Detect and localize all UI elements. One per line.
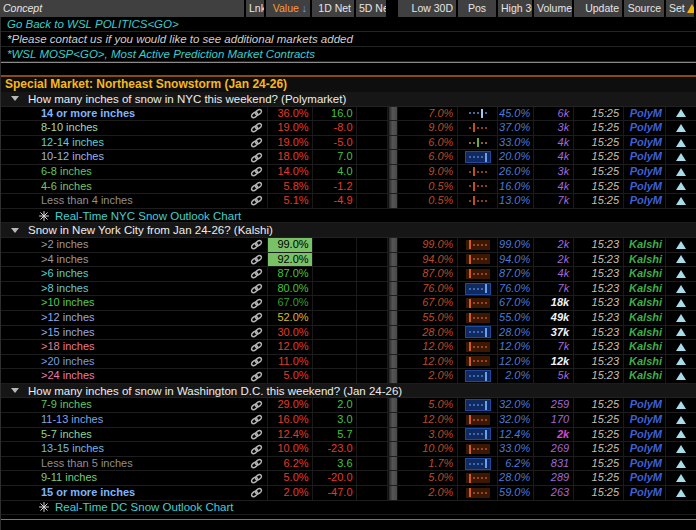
- col-header-set[interactable]: Set: [666, 0, 696, 17]
- expand-button[interactable]: [666, 253, 696, 267]
- chain-link-icon[interactable]: [247, 165, 267, 179]
- expand-button[interactable]: [666, 165, 696, 179]
- scroll-strip[interactable]: [388, 267, 398, 281]
- chart-link-row[interactable]: Real-Time DC Snow Outlook Chart: [1, 501, 696, 516]
- scroll-strip[interactable]: [388, 398, 398, 412]
- expand-button[interactable]: [666, 282, 696, 296]
- chain-link-icon[interactable]: [247, 428, 267, 442]
- scroll-strip[interactable]: [388, 238, 398, 252]
- chain-link-icon[interactable]: [247, 107, 267, 121]
- row-label[interactable]: 10-12 inches: [1, 150, 247, 164]
- chain-link-icon[interactable]: [247, 311, 267, 325]
- col-header-lnk[interactable]: Lnk: [246, 0, 266, 17]
- scroll-strip[interactable]: [388, 296, 398, 310]
- section-header-dc-polymarket[interactable]: How many inches of snow in Washington D.…: [1, 384, 696, 399]
- expand-button[interactable]: [666, 428, 696, 442]
- chain-link-icon[interactable]: [247, 253, 267, 267]
- chain-link-icon[interactable]: [247, 369, 267, 383]
- row-label[interactable]: >12 inches: [1, 311, 247, 325]
- scroll-strip[interactable]: [388, 107, 398, 121]
- chain-link-icon[interactable]: [247, 194, 267, 208]
- row-label[interactable]: 8-10 inches: [1, 121, 247, 135]
- chain-link-icon[interactable]: [247, 296, 267, 310]
- expand-button[interactable]: [666, 340, 696, 354]
- chain-link-icon[interactable]: [247, 398, 267, 412]
- chain-link-icon[interactable]: [247, 150, 267, 164]
- expand-button[interactable]: [666, 136, 696, 150]
- scroll-strip[interactable]: [388, 369, 398, 383]
- scroll-strip[interactable]: [388, 326, 398, 340]
- expand-button[interactable]: [666, 150, 696, 164]
- col-header-5d-net[interactable]: 5D Net: [356, 0, 388, 17]
- scroll-strip[interactable]: [388, 486, 398, 500]
- section-header-nyc-kalshi[interactable]: Snow in New York City from Jan 24-26? (K…: [1, 223, 696, 238]
- col-header-update[interactable]: Update: [574, 0, 624, 17]
- scroll-strip[interactable]: [388, 253, 398, 267]
- expand-button[interactable]: [666, 486, 696, 500]
- row-label[interactable]: 14 or more inches: [1, 107, 247, 121]
- row-label[interactable]: 6-8 inches: [1, 165, 247, 179]
- col-header-high-30d[interactable]: High 30D: [498, 0, 534, 17]
- expand-button[interactable]: [666, 311, 696, 325]
- expand-button[interactable]: [666, 326, 696, 340]
- scroll-strip[interactable]: [388, 165, 398, 179]
- wsl-mosp-link[interactable]: *WSL MOSP<GO>, Most Active Prediction Ma…: [1, 47, 696, 62]
- scroll-strip[interactable]: [388, 121, 398, 135]
- row-label[interactable]: >24 inches: [1, 369, 247, 383]
- expand-button[interactable]: [666, 398, 696, 412]
- chain-link-icon[interactable]: [247, 121, 267, 135]
- scroll-strip[interactable]: [388, 471, 398, 485]
- scroll-strip[interactable]: [388, 194, 398, 208]
- row-label[interactable]: 9-11 inches: [1, 471, 247, 485]
- expand-button[interactable]: [666, 267, 696, 281]
- col-header-1d-net[interactable]: 1D Net: [312, 0, 356, 17]
- row-label[interactable]: >20 inches: [1, 355, 247, 369]
- expand-button[interactable]: [666, 369, 696, 383]
- section-header-nyc-polymarket[interactable]: How many inches of snow in NYC this week…: [1, 92, 696, 107]
- scroll-strip[interactable]: [388, 442, 398, 456]
- expand-button[interactable]: [666, 238, 696, 252]
- scroll-strip[interactable]: [388, 150, 398, 164]
- row-label[interactable]: >8 inches: [1, 282, 247, 296]
- expand-button[interactable]: [666, 413, 696, 427]
- scroll-strip[interactable]: [388, 413, 398, 427]
- col-header-pos[interactable]: Pos: [458, 0, 498, 17]
- expand-button[interactable]: [666, 194, 696, 208]
- chain-link-icon[interactable]: [247, 282, 267, 296]
- expand-button[interactable]: [666, 471, 696, 485]
- chain-link-icon[interactable]: [247, 340, 267, 354]
- row-label[interactable]: 7-9 inches: [1, 398, 247, 412]
- row-label[interactable]: Less than 5 inches: [1, 457, 247, 471]
- row-label[interactable]: >18 inches: [1, 340, 247, 354]
- chain-link-icon[interactable]: [247, 238, 267, 252]
- chain-link-icon[interactable]: [247, 486, 267, 500]
- chain-link-icon[interactable]: [247, 471, 267, 485]
- row-label[interactable]: 11-13 inches: [1, 413, 247, 427]
- scroll-strip[interactable]: [388, 457, 398, 471]
- scroll-strip[interactable]: [388, 311, 398, 325]
- expand-button[interactable]: [666, 442, 696, 456]
- row-label[interactable]: Less than 4 inches: [1, 194, 247, 208]
- row-label[interactable]: >4 inches: [1, 253, 247, 267]
- expand-button[interactable]: [666, 107, 696, 121]
- scroll-strip[interactable]: [388, 136, 398, 150]
- chain-link-icon[interactable]: [247, 355, 267, 369]
- chain-link-icon[interactable]: [247, 267, 267, 281]
- col-header-concept[interactable]: Concept: [0, 0, 246, 17]
- expand-button[interactable]: [666, 296, 696, 310]
- row-label[interactable]: 12-14 inches: [1, 136, 247, 150]
- col-header-volume[interactable]: Volume: [534, 0, 574, 17]
- row-label[interactable]: 5-7 inches: [1, 428, 247, 442]
- scroll-strip[interactable]: [388, 355, 398, 369]
- chain-link-icon[interactable]: [247, 136, 267, 150]
- col-header-value[interactable]: Value ↓: [266, 0, 312, 17]
- chain-link-icon[interactable]: [247, 326, 267, 340]
- chain-link-icon[interactable]: [247, 442, 267, 456]
- row-label[interactable]: >10 inches: [1, 296, 247, 310]
- expand-button[interactable]: [666, 457, 696, 471]
- scroll-strip[interactable]: [388, 180, 398, 194]
- row-label[interactable]: 4-6 inches: [1, 180, 247, 194]
- row-label[interactable]: 13-15 inches: [1, 442, 247, 456]
- row-label[interactable]: >6 inches: [1, 267, 247, 281]
- expand-button[interactable]: [666, 355, 696, 369]
